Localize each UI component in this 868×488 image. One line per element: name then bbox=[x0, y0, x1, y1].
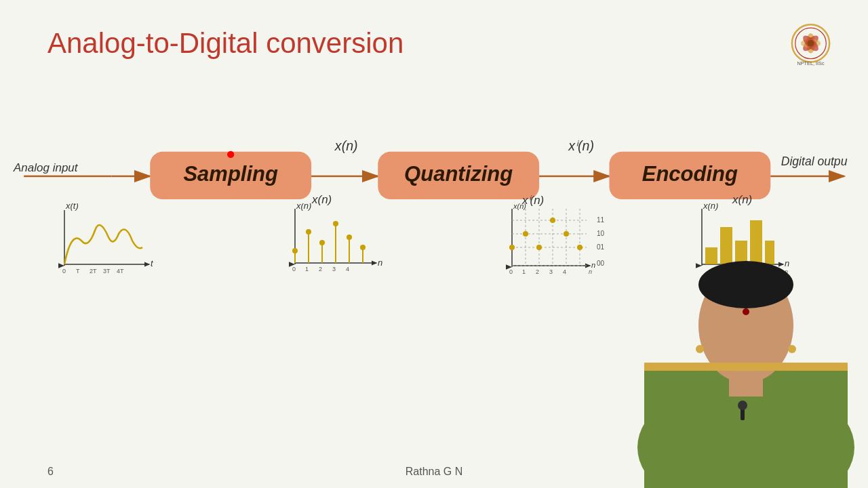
svg-point-14 bbox=[227, 151, 234, 158]
svg-text:Sampling: Sampling bbox=[183, 162, 278, 186]
svg-point-6 bbox=[807, 40, 814, 47]
svg-point-79 bbox=[564, 231, 569, 237]
svg-text:n: n bbox=[589, 268, 592, 275]
svg-text:2: 2 bbox=[536, 268, 539, 275]
svg-text:0: 0 bbox=[62, 268, 66, 274]
svg-text:01: 01 bbox=[597, 243, 605, 251]
svg-point-76 bbox=[523, 231, 528, 237]
lecturer-video bbox=[624, 217, 868, 488]
svg-point-75 bbox=[509, 245, 515, 250]
svg-text:T: T bbox=[76, 268, 80, 274]
svg-text:4: 4 bbox=[563, 268, 566, 275]
svg-point-115 bbox=[788, 345, 796, 353]
svg-point-53 bbox=[306, 229, 311, 235]
svg-point-78 bbox=[550, 218, 555, 223]
svg-text:11: 11 bbox=[597, 216, 605, 224]
svg-text:xⁱ(n): xⁱ(n) bbox=[568, 138, 594, 153]
svg-text:1: 1 bbox=[305, 266, 309, 272]
label-xn-above-sampled: x(n) bbox=[312, 193, 332, 207]
svg-point-55 bbox=[319, 240, 325, 245]
svg-text:3T: 3T bbox=[103, 268, 111, 274]
nptel-logo: NPTEL, IISc bbox=[780, 17, 841, 71]
svg-text:t: t bbox=[151, 258, 154, 268]
svg-text:Digital output: Digital output bbox=[781, 155, 848, 168]
slide-number: 6 bbox=[47, 466, 54, 478]
svg-text:2T: 2T bbox=[90, 268, 97, 274]
svg-point-51 bbox=[292, 248, 298, 253]
svg-text:x(n): x(n) bbox=[296, 203, 311, 211]
svg-text:Quantizing: Quantizing bbox=[404, 162, 513, 186]
svg-text:4T: 4T bbox=[117, 268, 124, 274]
svg-text:x(n): x(n) bbox=[334, 138, 358, 153]
svg-text:2: 2 bbox=[319, 266, 322, 272]
lecturer-silhouette bbox=[624, 217, 868, 488]
nptel-logo-icon: NPTEL, IISc bbox=[789, 22, 833, 66]
label-xqn-above-quant: xⁱ(n) bbox=[522, 193, 544, 207]
slide-title: Analog-to-Digital conversion bbox=[47, 27, 403, 60]
svg-text:Encoding: Encoding bbox=[642, 162, 738, 186]
svg-text:x(t): x(t) bbox=[65, 203, 79, 211]
svg-text:1: 1 bbox=[522, 268, 526, 275]
svg-text:NPTEL, IISc: NPTEL, IISc bbox=[797, 60, 824, 66]
svg-text:0: 0 bbox=[292, 266, 296, 272]
svg-rect-112 bbox=[729, 373, 763, 396]
speaker-name: Rathna G N bbox=[406, 466, 462, 478]
svg-text:x(n): x(n) bbox=[703, 203, 718, 211]
svg-point-77 bbox=[536, 245, 542, 250]
svg-text:n: n bbox=[378, 258, 382, 268]
graph-sampled: x(n) n 0 1 2 3 4 bbox=[285, 203, 383, 285]
svg-point-110 bbox=[698, 261, 793, 308]
svg-point-59 bbox=[347, 235, 352, 240]
svg-text:3: 3 bbox=[549, 268, 553, 275]
svg-point-117 bbox=[738, 401, 747, 410]
svg-text:10: 10 bbox=[597, 230, 605, 237]
svg-point-57 bbox=[333, 221, 338, 226]
svg-text:4: 4 bbox=[346, 266, 349, 272]
svg-text:3: 3 bbox=[332, 266, 336, 272]
svg-text:00: 00 bbox=[597, 260, 605, 267]
svg-rect-113 bbox=[644, 363, 848, 371]
svg-point-111 bbox=[743, 308, 749, 315]
svg-text:0: 0 bbox=[509, 268, 513, 275]
svg-point-80 bbox=[577, 245, 583, 250]
svg-point-61 bbox=[360, 245, 366, 250]
graph-quantized: x(n) n 0 1 2 3 4 n 11 10 01 00 bbox=[502, 203, 627, 288]
graph-analog-input: x(t) t 0 T 2T 3T 4T bbox=[51, 203, 159, 285]
label-xn-above-encoded: x(n) bbox=[732, 193, 752, 207]
svg-point-114 bbox=[696, 345, 704, 353]
